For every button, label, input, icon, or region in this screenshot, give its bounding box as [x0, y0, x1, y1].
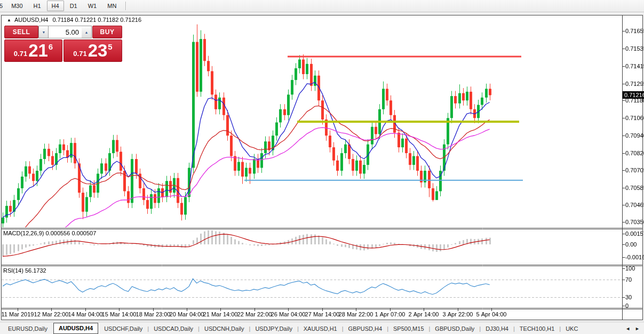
- sell-price-pips: 21: [28, 41, 48, 61]
- volume-decrease-button[interactable]: ▼: [38, 26, 49, 38]
- toolbar-divider: [125, 2, 126, 10]
- trading-terminal: { "toolbar": { "timeframes": ["5", "M30"…: [0, 0, 644, 334]
- chart-collapse-icon[interactable]: ▲: [7, 18, 11, 22]
- one-click-trade-panel: SELL ▼ ▲ BUY 0.71 21 6 0.71 23 5: [4, 26, 121, 61]
- symbol-tab-usdcnh-daily[interactable]: USDCNH,Daily: [200, 323, 249, 334]
- buy-price-display[interactable]: 0.71 23 5: [63, 39, 122, 62]
- symbol-tab-gbpusd-h4[interactable]: GBPUSD,H4: [344, 323, 387, 334]
- symbol-tab-sp500-m15[interactable]: SP500,M15: [388, 323, 428, 334]
- sell-price-point: 6: [49, 42, 53, 51]
- volume-field-wrap: [48, 26, 82, 38]
- chart-symbol-label: AUDUSD,H4: [14, 17, 49, 23]
- chart-ohlc-readout: 0.71184 0.71221 0.71182 0.71216: [53, 17, 142, 23]
- buy-button[interactable]: BUY: [92, 26, 122, 38]
- chevron-down-icon: ▼: [42, 30, 46, 34]
- timeframe-button-m30[interactable]: M30: [6, 1, 27, 11]
- tab-scroll-left-icon[interactable]: ◄: [625, 326, 630, 331]
- symbol-tab-gbpusd-daily[interactable]: GBPUSD,Daily: [430, 323, 479, 334]
- sell-button[interactable]: SELL: [4, 26, 38, 38]
- buy-price-pips: 23: [88, 41, 108, 61]
- macd-indicator-label: MACD(12,26,9) 0.000556 0.000507: [3, 230, 96, 236]
- timeframe-button-w1[interactable]: W1: [83, 1, 102, 11]
- symbol-tab-tech100-h1[interactable]: TECH100,H1: [515, 323, 559, 334]
- symbol-tab-usdchf-daily[interactable]: USDCHF,Daily: [99, 323, 147, 334]
- volume-input[interactable]: [49, 26, 81, 37]
- volume-increase-button[interactable]: ▲: [82, 26, 92, 38]
- timeframe-button-h1[interactable]: H1: [29, 1, 46, 11]
- chevron-up-icon: ▲: [85, 30, 89, 34]
- timeframe-button-h4[interactable]: H4: [47, 1, 64, 11]
- symbol-tab-dj30-h4[interactable]: DJ30,H4: [481, 323, 513, 334]
- symbol-tab-usdjpy-daily[interactable]: USDJPY,Daily: [250, 323, 297, 334]
- buy-price-base: 0.71: [73, 50, 86, 58]
- trade-panel-controls: SELL ▼ ▲ BUY: [4, 26, 121, 38]
- tab-scroll-right-icon[interactable]: ►: [635, 326, 640, 331]
- symbol-tab-bar: EURUSD,DailyAUDUSD,H4USDCHF,Daily|USDCAD…: [0, 322, 644, 334]
- symbol-tab-usdcad-daily[interactable]: USDCAD,Daily: [149, 323, 198, 334]
- symbol-tab-audusd-h4[interactable]: AUDUSD,H4: [53, 323, 98, 334]
- sell-price-base: 0.71: [14, 50, 27, 58]
- symbol-tab-ukc[interactable]: UKC: [561, 323, 583, 334]
- symbol-tab-xauusd-h1[interactable]: XAUUSD,H1: [299, 323, 342, 334]
- chart-title: ▲ AUDUSD,H4 0.71184 0.71221 0.71182 0.71…: [7, 17, 141, 23]
- buy-price-point: 5: [108, 42, 112, 51]
- rsi-indicator-label: RSI(14) 56.1732: [3, 267, 46, 274]
- timeframe-toolbar: 5M30H1H4D1W1MN: [0, 0, 644, 12]
- symbol-tab-eurusd-daily[interactable]: EURUSD,Daily: [3, 323, 52, 334]
- sell-price-display[interactable]: 0.71 21 6: [4, 39, 62, 62]
- timeframe-button-d1[interactable]: D1: [65, 1, 82, 11]
- timeframe-button-mn[interactable]: MN: [102, 1, 121, 11]
- timeframe-button-5[interactable]: 5: [0, 1, 5, 11]
